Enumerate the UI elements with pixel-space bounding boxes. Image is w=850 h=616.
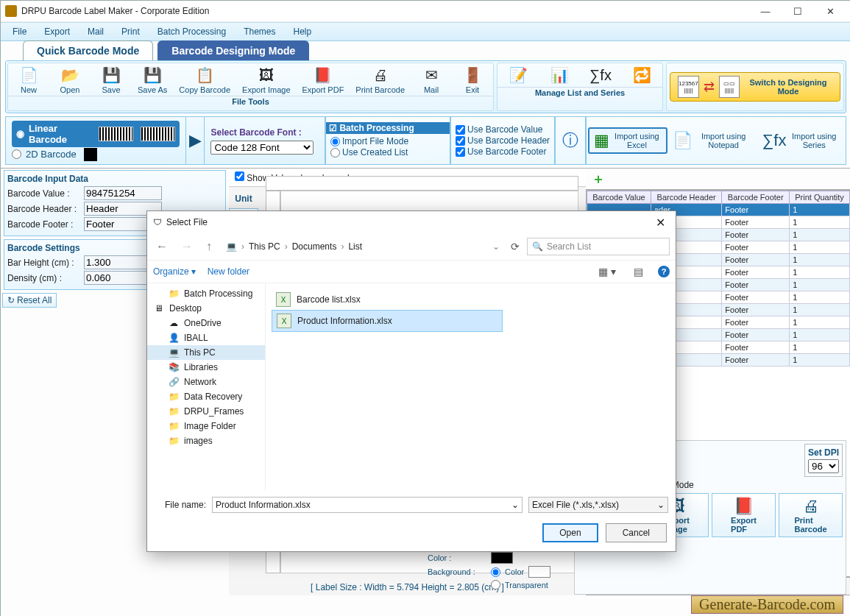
chevron-down-icon[interactable]: ⌄ [511,500,519,510]
nav-back-button[interactable]: ← [153,240,171,253]
menu-themes[interactable]: Themes [235,24,284,39]
menu-batch[interactable]: Batch Processing [149,24,235,39]
barcode-value-input[interactable] [84,186,162,200]
cancel-button[interactable]: Cancel [606,523,667,542]
menu-print[interactable]: Print [113,24,149,39]
file-list[interactable]: XBarcode list.xlsxXProduct Information.x… [266,283,676,491]
breadcrumb[interactable]: 💻 ›This PC ›Documents ›List ⌄ [222,238,503,255]
barcode-font-select[interactable]: Code 128 Font [210,141,314,155]
maximize-button[interactable]: ☐ [782,1,814,21]
import-file-mode-radio[interactable]: Import File Mode [330,136,445,146]
toolbar-mail-button[interactable]: ✉Mail [411,63,452,96]
action-export-pdf-button[interactable]: 📕ExportPDF [712,493,776,537]
tree-item[interactable]: 💻This PC [147,345,265,360]
main-toolbar: 📄New📂Open💾Save💾Save As📋Copy Barcode🖼Expo… [5,60,846,113]
help-button[interactable]: ⓘ [557,128,584,153]
dialog-help-button[interactable]: ? [658,266,670,277]
toolbar-save-button[interactable]: 💾Save [91,63,132,96]
view-options-button[interactable]: ▦ ▾ [595,266,619,277]
search-input[interactable]: 🔍Search List [527,238,670,255]
toolbar-print-barcode-button[interactable]: 🖨Print Barcode [350,63,411,96]
bg-swatch[interactable] [528,566,550,578]
filename-label: File name: [155,500,206,510]
filter-select[interactable]: Excel File (*.xls,*.xlsx)⌄ [528,497,668,513]
toolbar-exit-button[interactable]: 🚪Exit [452,63,493,96]
linear-barcode-radio[interactable]: ◉ Linear Barcode [12,121,180,147]
tree-item[interactable]: ☁OneDrive [147,316,265,330]
tree-item[interactable]: 📁DRPU_Frames [147,404,265,419]
organize-menu[interactable]: Organize ▾ [153,266,196,277]
ruler-horizontal [266,176,578,191]
tab-quick-mode[interactable]: Quick Barcode Mode [23,40,153,60]
search-icon: 🔍 [532,241,543,252]
folder-tree[interactable]: 📁Batch Processing🖥Desktop☁OneDrive👤IBALL… [147,283,266,491]
import-series-button[interactable]: ∑fxImport using Series [757,128,844,153]
manage-button-3[interactable]: 🔁 [621,63,662,87]
add-row-button[interactable]: ＋ [587,170,609,188]
refresh-button[interactable]: ⟳ [511,241,520,252]
action-print-barcode-button[interactable]: 🖨PrintBarcode [779,493,843,537]
import-notepad-button[interactable]: 📄Import using Notepad [667,128,757,153]
use-created-list-radio[interactable]: Use Created List [330,147,445,157]
menu-file[interactable]: File [4,24,35,39]
reset-all-button[interactable]: ↻ Reset All [2,293,57,308]
show-above-check[interactable] [235,171,244,181]
tree-item[interactable]: 🔗Network [147,375,265,389]
tree-item[interactable]: 📁Batch Processing [147,286,265,301]
toolbar-save-as-button[interactable]: 💾Save As [132,63,173,96]
qr-thumb-icon [84,148,97,161]
column-header[interactable]: Print Quantity [790,191,850,204]
close-button[interactable]: ✕ [814,1,846,21]
toolbar-open-button[interactable]: 📂Open [49,63,91,96]
column-header[interactable]: Barcode Footer [722,191,790,204]
preview-pane-button[interactable]: ▤ [631,266,646,277]
tree-item[interactable]: 📚Libraries [147,360,265,375]
bg-color-radio[interactable] [491,567,500,577]
chevron-down-icon: ⌄ [657,500,665,510]
manage-button-0[interactable]: 📝 [497,63,539,87]
font-label: Select Barcode Font : [210,127,319,138]
nav-up-button[interactable]: ↑ [203,240,215,253]
column-header[interactable]: Barcode Header [651,191,721,204]
batch-options-panel: Use Barcode Value Use Barcode Header Use… [450,116,555,165]
new-folder-button[interactable]: New folder [208,266,249,277]
2d-barcode-radio[interactable]: 2D Barcode [12,148,180,161]
open-button[interactable]: Open [542,523,598,542]
tree-item[interactable]: 📁Image Folder [147,419,265,433]
tree-item[interactable]: 👤IBALL [147,330,265,345]
selection-bar: ◉ Linear Barcode 2D Barcode ▶ Select Bar… [5,116,846,165]
toolbar-new-button[interactable]: 📄New [8,63,49,96]
use-value-check[interactable]: Use Barcode Value [456,124,550,135]
menu-mail[interactable]: Mail [79,24,113,39]
switch-mode-button[interactable]: 123567|||||| ⇄ ▭▭|||||| Switch to Design… [670,72,840,102]
import-buttons: ▦Import using Excel 📄Import using Notepa… [586,116,846,165]
column-header[interactable]: Barcode Value [587,191,651,204]
menu-export[interactable]: Export [35,24,79,39]
bg-transparent-radio[interactable] [491,580,500,590]
menu-help[interactable]: Help [284,24,320,39]
dialog-buttons: Open Cancel [147,519,676,551]
minimize-button[interactable]: — [749,1,782,21]
filename-input[interactable]: Product Information.xlsx⌄ [212,497,523,513]
nav-forward-button[interactable]: → [178,240,196,253]
file-item[interactable]: XProduct Information.xlsx [272,310,503,332]
use-header-check[interactable]: Use Barcode Header [456,135,550,146]
manage-button-2[interactable]: ∑fx [580,63,621,87]
tree-item[interactable]: 📁Data Recovery [147,389,265,404]
toolbar-export-pdf-button[interactable]: 📕Export PDF [297,63,350,96]
manage-button-1[interactable]: 📊 [539,63,580,87]
import-excel-button[interactable]: ▦Import using Excel [588,127,667,154]
swap-icon: ⇄ [704,79,715,95]
tab-designing-mode[interactable]: Barcode Designing Mode [157,40,309,60]
toolbar-export-image-button[interactable]: 🖼Export Image [236,63,296,96]
dpi-select[interactable]: 96 [808,459,839,473]
toolbar-copy-barcode-button[interactable]: 📋Copy Barcode [173,63,236,96]
tree-item[interactable]: 📁images [147,433,265,448]
file-item[interactable]: XBarcode list.xlsx [272,289,501,310]
use-footer-check[interactable]: Use Barcode Footer [456,146,550,157]
chevron-down-icon[interactable]: ⌄ [492,241,500,252]
app-title: DRPU Barcode Label Maker - Corporate Edi… [21,6,749,16]
tree-item[interactable]: 🖥Desktop [147,301,265,316]
color-swatch[interactable] [491,552,513,564]
dialog-close-button[interactable]: ✕ [651,216,670,230]
